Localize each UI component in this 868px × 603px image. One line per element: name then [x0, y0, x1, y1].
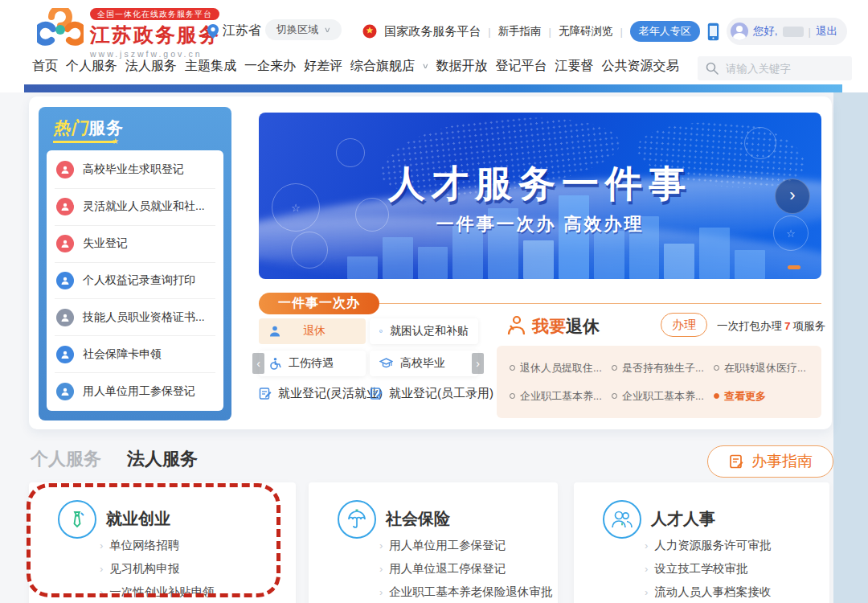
package-count: 7: [784, 320, 791, 332]
retire-item[interactable]: 退休人员提取住...: [510, 361, 612, 375]
guide-clipboard-icon: [728, 453, 744, 470]
card-social-insurance: 社会保险 › 用人单位用工参保登记 › 用人单位退工停保登记 › 企业职工基本养…: [309, 482, 558, 603]
service-icon: [56, 198, 74, 215]
user-avatar: [731, 23, 748, 40]
carousel-indicator[interactable]: [788, 265, 800, 269]
chevron-right-icon: ›: [379, 539, 383, 552]
hot-item-rights-record-print[interactable]: 个人权益记录查询打印: [55, 263, 215, 300]
card-title[interactable]: 人才人事: [651, 508, 715, 530]
hot-item-social-security-card[interactable]: 社会保障卡申领: [55, 336, 215, 373]
divider: |: [809, 26, 811, 38]
location-pin-icon: [207, 24, 219, 39]
search-box: [698, 56, 852, 80]
hot-services-title: 热门服务: [53, 117, 124, 139]
retire-item[interactable]: 企业职工基本养...: [612, 389, 714, 404]
card-employment-entrepreneurship: 就业创业 › 单位网络招聘 › 见习机构申报 › 一次性创业补贴申领: [29, 482, 296, 603]
banner-next-button[interactable]: ›: [775, 178, 810, 214]
elderly-zone-button[interactable]: 老年人专区: [630, 21, 700, 42]
card-link-internship-agency[interactable]: › 见习机构申报: [100, 557, 215, 580]
user-name-redacted: [783, 27, 804, 37]
umbrella-icon: [338, 500, 376, 539]
card-link-online-recruitment[interactable]: › 单位网络招聘: [100, 534, 215, 557]
nav-item-public-resources[interactable]: 公共资源交易: [602, 58, 679, 75]
tab-legal-services[interactable]: 法人服务: [127, 447, 198, 471]
service-button-hardship-subsidy[interactable]: 就困认定和补贴: [370, 318, 478, 344]
nav-item-personal-services[interactable]: 个人服务: [66, 58, 117, 75]
decor-icon: [744, 127, 776, 159]
card-title[interactable]: 社会保险: [386, 508, 450, 530]
hot-item-unemployment-registration[interactable]: 失业登记: [55, 226, 215, 263]
certified-circle-icon: [379, 325, 383, 338]
card-link-employer-insurance-registration[interactable]: › 用人单位用工参保登记: [379, 534, 552, 557]
view-more-link[interactable]: 查看更多: [714, 389, 809, 404]
retire-item[interactable]: 是否持有独生子...: [612, 361, 714, 375]
retire-item[interactable]: 在职转退休医疗...: [714, 361, 809, 375]
service-icon: [56, 309, 74, 326]
retire-item[interactable]: 企业职工基本养...: [510, 389, 612, 404]
site-title: 江苏政务服务: [90, 22, 220, 48]
switch-region-button[interactable]: 切换区域 ∨: [265, 19, 342, 40]
nav-item-rating[interactable]: 好差评: [304, 58, 342, 75]
service-button-graduate[interactable]: 高校毕业: [370, 351, 478, 376]
card-link-hr-service-license[interactable]: › 人力资源服务许可审批: [645, 534, 771, 557]
link-national-platform[interactable]: 国家政务服务平台: [384, 24, 481, 39]
nav-item-supervision[interactable]: 江要督: [555, 58, 594, 75]
bullet-icon: [510, 365, 515, 371]
chevron-right-icon: ›: [645, 539, 648, 552]
package-summary: 一次打包办理7项服务: [717, 319, 825, 334]
title-underline: ★: [53, 141, 116, 143]
link-accessibility[interactable]: 无障碍浏览: [559, 24, 613, 39]
logout-link[interactable]: 退出: [816, 24, 837, 39]
service-link-employment-reg-hire[interactable]: 就业登记(员工录用): [370, 386, 493, 401]
mobile-phone-icon[interactable]: [707, 23, 719, 41]
service-icon: [56, 272, 74, 289]
hot-item-graduate-job-registration[interactable]: 高校毕业生求职登记: [55, 152, 215, 189]
service-link-employment-reg-flexible[interactable]: 就业登记(灵活就业): [259, 386, 383, 401]
hot-services-list: 高校毕业生求职登记 灵活就业人员就业和社... 失业登记 个人权益记录查询打印 …: [47, 150, 223, 411]
hero-banner[interactable]: ☆ ☆ 人才服务一件事 一件事一次办 高效办理 ›: [259, 113, 821, 279]
retire-panel-title: 我要退休: [532, 315, 600, 338]
bullet-icon: [612, 393, 617, 399]
handle-retire-button[interactable]: 办理: [661, 313, 707, 337]
hot-item-flexible-employment[interactable]: 灵活就业人员就业和社...: [55, 189, 215, 226]
card-link-pension-retirement-approval[interactable]: › 企业职工基本养老保险退休审批: [379, 580, 552, 603]
nav-item-open-data[interactable]: 数据开放: [436, 58, 488, 75]
service-button-retirement[interactable]: 退休: [259, 318, 366, 344]
nav-item-registration[interactable]: 登记平台: [496, 58, 547, 75]
nav-item-home[interactable]: 首页: [32, 58, 58, 75]
carousel-prev-button[interactable]: ‹: [252, 353, 264, 374]
link-newbie-guide[interactable]: 新手指南: [498, 24, 542, 39]
card-link-employer-insurance-stop[interactable]: › 用人单位退工停保登记: [379, 557, 552, 580]
nav-item-legal-services[interactable]: 法人服务: [125, 58, 177, 75]
card-title[interactable]: 就业创业: [106, 508, 170, 530]
bullet-icon: [714, 365, 719, 371]
card-link-technical-school-approval[interactable]: › 设立技工学校审批: [645, 557, 771, 580]
tab-personal-services[interactable]: 个人服务: [31, 447, 101, 471]
chevron-right-icon: ›: [379, 586, 383, 598]
card-link-personnel-file-transfer[interactable]: › 流动人员人事档案接收: [645, 580, 771, 603]
service-guide-button[interactable]: 办事指南: [707, 445, 833, 478]
region-label: 江苏省: [223, 23, 261, 39]
nav-item-flagship-store[interactable]: 综合旗舰店: [350, 58, 415, 75]
nav-item-enterprise[interactable]: 一企来办: [244, 58, 296, 75]
service-icon: [56, 383, 74, 400]
caret-down-icon: ∨: [324, 26, 331, 34]
one-thing-divider: [379, 303, 821, 304]
hot-services-sidebar: 热门服务 ★ 高校毕业生求职登记 灵活就业人员就业和社... 失业登记 个人权益…: [39, 107, 231, 420]
service-button-work-injury[interactable]: 工伤待遇: [259, 351, 366, 376]
document-pen-icon: [259, 387, 272, 400]
star-icon: ★: [112, 137, 119, 146]
carousel-next-button[interactable]: ›: [472, 353, 484, 374]
hot-item-employer-insurance-registration[interactable]: 用人单位用工参保登记: [55, 373, 215, 409]
service-icon: [56, 235, 74, 252]
bullet-icon: [612, 365, 617, 371]
header-utility-bar: 国家政务服务平台 | 新手指南 | 无障碍浏览 | 老年人专区 您好, | 退出: [362, 18, 847, 45]
nav-item-themes[interactable]: 主题集成: [185, 58, 236, 75]
chevron-right-icon: ›: [645, 563, 648, 575]
card-link-startup-subsidy[interactable]: › 一次性创业补贴申领: [100, 580, 215, 603]
page-right-gutter: [833, 92, 868, 603]
chevron-right-icon: ›: [100, 586, 103, 598]
national-emblem-icon: [362, 24, 377, 39]
hot-item-vocational-certificate[interactable]: 技能人员职业资格证书...: [55, 299, 215, 336]
search-input[interactable]: [724, 62, 840, 76]
